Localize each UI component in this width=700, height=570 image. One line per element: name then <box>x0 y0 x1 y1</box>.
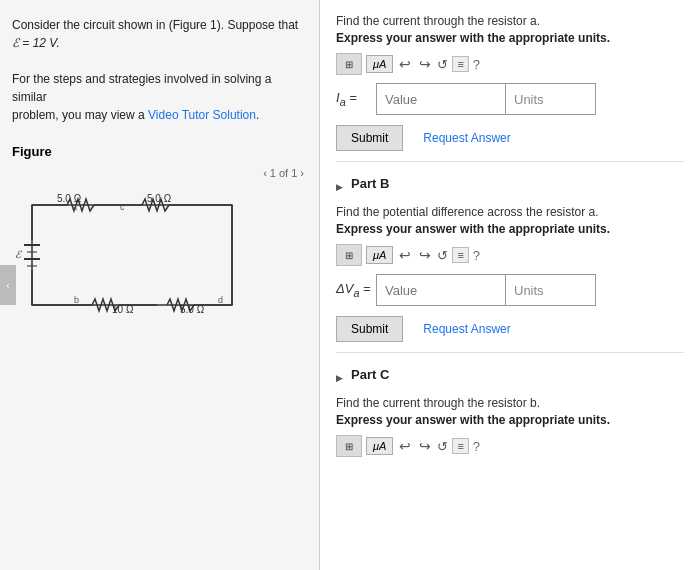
part-c-toolbar: ⊞ μA ↩ ↪ ↺ ≡ ? <box>336 435 684 457</box>
svg-text:ℰ: ℰ <box>15 249 22 260</box>
part-a-grid-icon[interactable]: ⊞ <box>336 53 362 75</box>
part-c-note-icon[interactable]: ≡ <box>452 438 468 454</box>
right-panel: Find the current through the resistor a.… <box>320 0 700 570</box>
figure-label: Figure <box>12 144 307 159</box>
part-c-redo-arrow[interactable]: ↪ <box>417 438 433 454</box>
main-container: ‹ Consider the circuit shown in (Figure … <box>0 0 700 570</box>
figure-nav: ‹ 1 of 1 › <box>12 167 307 179</box>
part-a-instruction1: Find the current through the resistor a. <box>336 14 684 28</box>
part-b-header: Part B <box>351 176 389 191</box>
part-b-submit-button[interactable]: Submit <box>336 316 403 342</box>
part-a-value-input[interactable] <box>376 83 506 115</box>
part-b-triangle-icon: ▶ <box>336 182 343 192</box>
left-panel: ‹ Consider the circuit shown in (Figure … <box>0 0 320 570</box>
svg-text:d: d <box>218 295 223 305</box>
part-b-divider: ▶ Part B <box>336 176 684 197</box>
part-b-mu-label: μA <box>366 246 393 264</box>
part-a-units-box: Units <box>506 83 596 115</box>
part-a-refresh-icon[interactable]: ↺ <box>437 57 448 72</box>
part-b-units-label: Units <box>514 283 544 298</box>
part-b-request-answer-link[interactable]: Request Answer <box>423 322 510 336</box>
part-a-actions: Submit Request Answer <box>336 125 684 151</box>
part-b-refresh-icon[interactable]: ↺ <box>437 248 448 263</box>
figure-prev-button[interactable]: ‹ <box>260 167 270 179</box>
part-a-mu-label: μA <box>366 55 393 73</box>
part-c-instruction1: Find the current through the resistor b. <box>336 396 684 410</box>
part-c-instruction2: Express your answer with the appropriate… <box>336 413 684 427</box>
left-nav-arrow[interactable]: ‹ <box>0 265 16 305</box>
part-c-mu-label: μA <box>366 437 393 455</box>
problem-line1: Consider the circuit shown in (Figure 1)… <box>12 18 298 32</box>
part-c-divider: ▶ Part C <box>336 367 684 388</box>
part-c-undo-arrow[interactable]: ↩ <box>397 438 413 454</box>
part-c-header: Part C <box>351 367 389 382</box>
part-b-redo-arrow[interactable]: ↪ <box>417 247 433 263</box>
part-a-note-icon[interactable]: ≡ <box>452 56 468 72</box>
part-b-note-icon[interactable]: ≡ <box>452 247 468 263</box>
part-a-undo-arrow[interactable]: ↩ <box>397 56 413 72</box>
part-a-submit-button[interactable]: Submit <box>336 125 403 151</box>
part-b-undo-arrow[interactable]: ↩ <box>397 247 413 263</box>
part-b-answer-label: ΔVa = <box>336 281 376 299</box>
part-c-refresh-icon[interactable]: ↺ <box>437 439 448 454</box>
figure-nav-text: 1 of 1 <box>270 167 298 179</box>
video-tutor-link[interactable]: Video Tutor Solution <box>148 108 256 122</box>
svg-text:a: a <box>72 202 77 212</box>
part-c-triangle-icon: ▶ <box>336 373 343 383</box>
part-c-section: ▶ Part C Find the current through the re… <box>336 367 684 475</box>
svg-text:b: b <box>74 295 79 305</box>
part-b-help-icon[interactable]: ? <box>473 248 480 263</box>
svg-rect-0 <box>32 205 232 305</box>
part-a-toolbar: ⊞ μA ↩ ↪ ↺ ≡ ? <box>336 53 684 75</box>
circuit-diagram: 5.0 Ω 5.0 Ω 10 Ω 5.0 Ω <box>12 185 252 325</box>
part-a-request-answer-link[interactable]: Request Answer <box>423 131 510 145</box>
problem-line3: For the steps and strategies involved in… <box>12 72 271 104</box>
part-a-redo-arrow[interactable]: ↪ <box>417 56 433 72</box>
figure-next-button[interactable]: › <box>297 167 307 179</box>
part-a-section: Find the current through the resistor a.… <box>336 14 684 162</box>
part-b-value-input[interactable] <box>376 274 506 306</box>
part-b-instruction1: Find the potential difference across the… <box>336 205 684 219</box>
part-a-answer-label: Ia = <box>336 90 376 108</box>
part-c-help-icon[interactable]: ? <box>473 439 480 454</box>
part-b-instruction2: Express your answer with the appropriate… <box>336 222 684 236</box>
figure-section: Figure ‹ 1 of 1 › 5.0 Ω 5.0 Ω <box>12 144 307 328</box>
problem-description: Consider the circuit shown in (Figure 1)… <box>12 16 307 124</box>
part-b-answer-row: ΔVa = Units <box>336 274 684 306</box>
part-b-units-box: Units <box>506 274 596 306</box>
part-b-actions: Submit Request Answer <box>336 316 684 342</box>
period: . <box>256 108 259 122</box>
svg-text:c: c <box>120 202 125 212</box>
part-a-answer-row: Ia = Units <box>336 83 684 115</box>
part-a-help-icon[interactable]: ? <box>473 57 480 72</box>
problem-line2: ℰ = 12 V. <box>12 36 60 50</box>
part-a-units-label: Units <box>514 92 544 107</box>
problem-line4: problem, you may view a <box>12 108 145 122</box>
part-b-section: ▶ Part B Find the potential difference a… <box>336 176 684 353</box>
part-a-instruction2: Express your answer with the appropriate… <box>336 31 684 45</box>
part-b-grid-icon[interactable]: ⊞ <box>336 244 362 266</box>
part-b-toolbar: ⊞ μA ↩ ↪ ↺ ≡ ? <box>336 244 684 266</box>
part-c-grid-icon[interactable]: ⊞ <box>336 435 362 457</box>
